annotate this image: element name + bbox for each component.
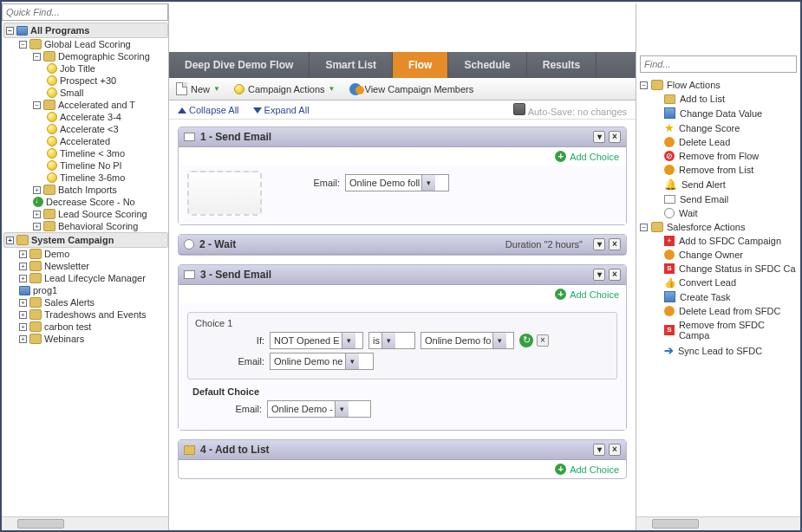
action-item[interactable]: Change Data Value xyxy=(640,106,797,120)
action-category[interactable]: −Flow Actions xyxy=(640,78,797,92)
tree-item[interactable]: Accelerate <3 xyxy=(3,123,168,135)
if-value-select[interactable]: Online Demo fo▾ xyxy=(421,332,514,349)
collapse-icon[interactable]: − xyxy=(640,81,648,89)
toggle-icon[interactable]: + xyxy=(33,211,41,218)
tree-item[interactable]: +Lead Lifecycle Manager xyxy=(3,272,168,284)
add-choice-link[interactable]: +Add Choice xyxy=(555,151,619,162)
tree-item[interactable]: Timeline < 3mo xyxy=(3,147,168,159)
toggle-icon[interactable]: + xyxy=(19,263,27,270)
tab-flow[interactable]: Flow xyxy=(393,52,448,78)
actions-find-input[interactable] xyxy=(640,55,797,73)
collapse-icon[interactable]: − xyxy=(640,224,648,231)
tree-item[interactable]: +Tradeshows and Events xyxy=(3,308,168,321)
action-item[interactable]: 👍Convert Lead xyxy=(640,276,797,289)
step-collapse-button[interactable]: ▾ xyxy=(593,131,605,143)
action-item[interactable]: ➔Sync Lead to SFDC xyxy=(640,342,797,359)
toggle-icon[interactable]: + xyxy=(19,299,27,307)
chevron-down-icon[interactable]: ▾ xyxy=(342,333,355,348)
action-item[interactable]: Create Task xyxy=(640,289,797,304)
chevron-down-icon[interactable]: ▾ xyxy=(345,354,359,369)
if-condition-select[interactable]: NOT Opened E▾ xyxy=(270,332,363,349)
toggle-icon[interactable]: + xyxy=(19,250,27,258)
action-item[interactable]: Wait xyxy=(640,206,797,220)
step-close-button[interactable]: × xyxy=(609,131,621,143)
toggle-icon[interactable]: + xyxy=(19,275,27,282)
expand-all-button[interactable]: Expand All xyxy=(253,105,310,115)
tab-deep-dive[interactable]: Deep Dive Demo Flow xyxy=(169,52,310,78)
step-close-button[interactable]: × xyxy=(609,238,621,250)
tree-item[interactable]: Accelerated xyxy=(3,135,168,147)
toggle-icon[interactable]: + xyxy=(19,335,27,343)
action-item[interactable]: SRemove from SFDC Campa xyxy=(640,318,797,342)
tab-results[interactable]: Results xyxy=(527,52,597,78)
if-operator-select[interactable]: is▾ xyxy=(368,332,415,349)
toggle-icon[interactable]: + xyxy=(19,311,27,319)
toggle-icon[interactable]: + xyxy=(19,323,27,331)
add-choice-link[interactable]: +Add Choice xyxy=(555,464,619,475)
tree-item[interactable]: Decrease Score - No xyxy=(3,196,168,208)
tree-root[interactable]: − All Programs xyxy=(3,23,168,38)
default-email-select[interactable]: Online Demo - ▾ xyxy=(267,400,371,418)
tree-item[interactable]: Accelerate 3-4 xyxy=(3,111,168,123)
step-header[interactable]: 1 - Send Email ▾ × xyxy=(179,127,626,147)
chevron-down-icon[interactable]: ▾ xyxy=(492,333,506,348)
collapse-icon[interactable]: − xyxy=(6,27,14,35)
action-item[interactable]: Send Email xyxy=(640,192,797,206)
step-header[interactable]: 4 - Add to List ▾ × xyxy=(179,440,626,460)
toggle-icon[interactable]: + xyxy=(33,223,41,230)
tree-item[interactable]: +Sales Alerts xyxy=(3,296,168,308)
step-header[interactable]: 3 - Send Email ▾ × xyxy=(179,265,626,285)
step-collapse-button[interactable]: ▾ xyxy=(593,238,605,250)
tree-item[interactable]: +Batch Imports xyxy=(3,184,168,196)
actions-tree[interactable]: −Flow ActionsAdd to ListChange Data Valu… xyxy=(636,76,800,516)
new-button[interactable]: New ▼ xyxy=(176,82,220,95)
tree-item[interactable]: −Demographic Scoring xyxy=(3,50,168,62)
tab-smart-list[interactable]: Smart List xyxy=(310,52,393,78)
action-item[interactable]: Delete Lead from SFDC xyxy=(640,304,797,318)
chevron-down-icon[interactable]: ▾ xyxy=(335,401,349,417)
program-tree[interactable]: − All Programs −Global Lead Scoring−Demo… xyxy=(2,21,168,516)
tree-item[interactable]: −Accelerated and T xyxy=(3,99,168,111)
tree-item[interactable]: +Newsletter xyxy=(3,260,168,272)
chevron-down-icon[interactable]: ▾ xyxy=(381,333,395,348)
action-item[interactable]: +Add to SFDC Campaign xyxy=(640,234,797,248)
toggle-icon[interactable]: + xyxy=(33,186,41,194)
tree-item[interactable]: +carbon test xyxy=(3,321,168,333)
action-item[interactable]: ★Change Score xyxy=(640,120,797,135)
tree-hscrollbar[interactable] xyxy=(2,516,168,530)
tree-item[interactable]: Timeline 3-6mo xyxy=(3,172,168,184)
action-category[interactable]: −Salesforce Actions xyxy=(640,220,797,234)
actions-hscrollbar[interactable] xyxy=(636,516,800,530)
tree-item[interactable]: Small xyxy=(3,87,168,99)
flow-steps-container[interactable]: 1 - Send Email ▾ × +Add Choice Email: On… xyxy=(169,120,636,530)
step-close-button[interactable]: × xyxy=(609,444,621,456)
tree-item[interactable]: Job Title xyxy=(3,62,168,75)
chevron-down-icon[interactable]: ▾ xyxy=(421,175,435,191)
action-item[interactable]: Delete Lead xyxy=(640,135,797,149)
campaign-actions-button[interactable]: Campaign Actions ▼ xyxy=(234,84,336,94)
tree-item[interactable]: +Webinars xyxy=(3,333,168,345)
choice-email-select[interactable]: Online Demo ne▾ xyxy=(270,353,374,370)
add-condition-icon[interactable]: ↻ xyxy=(519,334,533,347)
toggle-icon[interactable]: + xyxy=(6,237,14,244)
action-item[interactable]: Add to List xyxy=(640,92,797,106)
tree-item[interactable]: +Behavioral Scoring xyxy=(3,220,168,232)
delete-condition-icon[interactable]: × xyxy=(537,334,549,347)
tree-item[interactable]: Timeline No Pl xyxy=(3,159,168,172)
tree-item[interactable]: Prospect +30 xyxy=(3,75,168,87)
add-choice-link[interactable]: +Add Choice xyxy=(555,289,619,300)
email-select[interactable]: Online Demo foll▾ xyxy=(345,174,449,191)
view-members-button[interactable]: View Campaign Members xyxy=(349,83,474,95)
tree-item[interactable]: +System Campaign xyxy=(3,232,168,248)
tab-schedule[interactable]: Schedule xyxy=(448,52,526,78)
action-item[interactable]: SChange Status in SFDC Ca xyxy=(640,262,797,276)
collapse-all-button[interactable]: Collapse All xyxy=(178,105,239,115)
tree-item[interactable]: +Lead Source Scoring xyxy=(3,208,168,220)
tree-item[interactable]: +Demo xyxy=(3,248,168,260)
step-collapse-button[interactable]: ▾ xyxy=(593,269,605,281)
action-item[interactable]: 🔔Send Alert xyxy=(640,177,797,192)
action-item[interactable]: ⊘Remove from Flow xyxy=(640,149,797,163)
step-header[interactable]: 2 - Wait Duration "2 hours" ▾ × xyxy=(179,235,626,255)
action-item[interactable]: Remove from List xyxy=(640,163,797,177)
action-item[interactable]: Change Owner xyxy=(640,248,797,262)
